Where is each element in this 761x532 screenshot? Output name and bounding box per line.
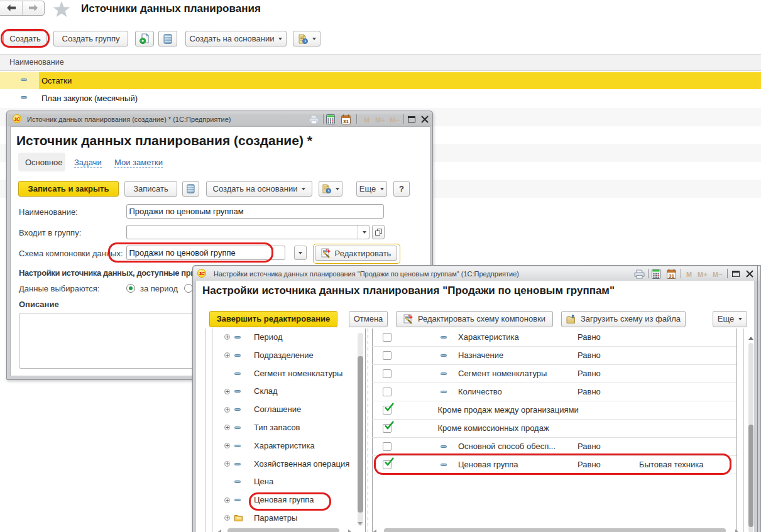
svg-text:31: 31: [669, 273, 674, 278]
svg-text:31: 31: [343, 118, 349, 124]
